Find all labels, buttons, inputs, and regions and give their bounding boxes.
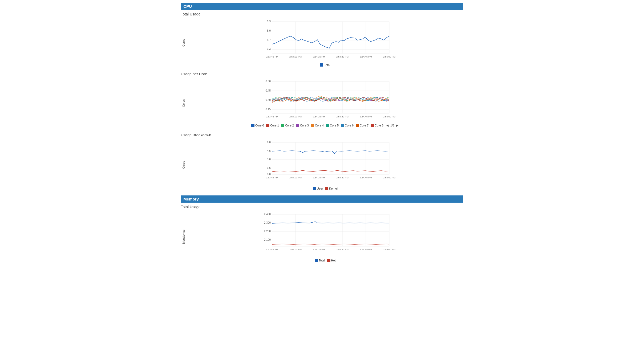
memory-label: Memory (184, 197, 199, 201)
pagination-page: 1/2 (390, 124, 394, 127)
memory-total-chart-content: 2,400 2,300 2,200 2,100 2:53:45 PM 2:54:… (187, 212, 463, 262)
cpu-total-usage-title: Total Usage (181, 12, 463, 16)
svg-text:0.60: 0.60 (265, 80, 271, 83)
svg-text:2:54:00 PM: 2:54:00 PM (289, 55, 301, 58)
svg-text:6.0: 6.0 (267, 141, 271, 144)
memory-total-svg-container: 2,400 2,300 2,200 2,100 2:53:45 PM 2:54:… (187, 212, 463, 258)
svg-text:2:54:45 PM: 2:54:45 PM (359, 176, 372, 179)
legend-total: Total (320, 63, 330, 67)
legend-core5-label: Core 5 (330, 124, 339, 127)
svg-text:2:53:45 PM: 2:53:45 PM (266, 115, 278, 118)
memory-total-legend: Total Hot (187, 259, 463, 262)
svg-text:0.30: 0.30 (265, 99, 271, 101)
svg-text:2:54:00 PM: 2:54:00 PM (289, 248, 301, 251)
svg-text:4.7: 4.7 (267, 39, 271, 42)
cpu-total-y-label: Cores (181, 19, 186, 67)
cpu-per-core-title: Usage per Core (181, 72, 463, 76)
svg-text:2:54:30 PM: 2:54:30 PM (336, 115, 348, 118)
memory-header: Memory (181, 195, 463, 203)
cpu-total-chart-content: 5.3 5.0 4.7 4.4 2:53:45 PM 2:54:00 PM 2:… (187, 19, 463, 67)
legend-core1-label: Core 1 (270, 124, 279, 127)
svg-text:2:54:00 PM: 2:54:00 PM (289, 115, 301, 118)
memory-total-chart-wrapper: Megabytes (181, 212, 463, 262)
svg-text:2:55:00 PM: 2:55:00 PM (383, 115, 395, 118)
memory-total-area: Total Usage Megabytes (181, 205, 463, 262)
memory-total-svg: 2,400 2,300 2,200 2,100 2:53:45 PM 2:54:… (187, 212, 463, 257)
cpu-per-core-area: Usage per Core Cores (181, 72, 463, 128)
memory-total-title: Total Usage (181, 205, 463, 209)
legend-kernel: Kernel (325, 187, 338, 190)
pagination-prev[interactable]: ◄ (386, 123, 389, 128)
legend-core5: Core 5 (326, 124, 339, 127)
svg-text:2:54:30 PM: 2:54:30 PM (336, 55, 348, 58)
cpu-header: CPU (181, 3, 463, 10)
svg-text:5.0: 5.0 (267, 29, 271, 32)
svg-text:2,300: 2,300 (264, 221, 270, 224)
svg-text:2,400: 2,400 (264, 213, 270, 216)
legend-core6: Core 6 (341, 124, 354, 127)
legend-mem-total: Total (315, 259, 325, 262)
legend-user-color (313, 187, 316, 190)
legend-total-color (320, 63, 323, 67)
svg-text:2:54:45 PM: 2:54:45 PM (359, 115, 372, 118)
legend-core6-color (341, 124, 344, 127)
legend-core1-color (266, 124, 269, 127)
cpu-label: CPU (184, 4, 192, 9)
cpu-per-core-svg: 0.60 0.45 0.30 0.15 2:53:45 PM 2:54:00 P… (187, 79, 463, 121)
legend-core4-label: Core 4 (315, 124, 324, 127)
cpu-total-usage-area: Total Usage Cores (181, 12, 463, 67)
cpu-per-core-y-label: Cores (181, 79, 186, 128)
svg-text:2:54:15 PM: 2:54:15 PM (313, 115, 325, 118)
legend-core4: Core 4 (311, 124, 324, 127)
cpu-total-usage-chart-wrapper: Cores (181, 19, 463, 67)
svg-text:2:54:15 PM: 2:54:15 PM (313, 248, 325, 251)
svg-text:0.45: 0.45 (265, 89, 271, 92)
cpu-breakdown-chart-wrapper: Cores (181, 140, 463, 190)
svg-text:2:55:00 PM: 2:55:00 PM (383, 248, 395, 251)
memory-total-y-label: Megabytes (181, 212, 186, 262)
legend-core2-color (281, 124, 284, 127)
svg-text:2,100: 2,100 (264, 238, 270, 241)
memory-section: Memory Total Usage Megabytes (181, 195, 463, 262)
svg-text:2:54:30 PM: 2:54:30 PM (336, 176, 348, 179)
page-container: CPU Total Usage Cores (176, 0, 469, 270)
legend-mem-total-color (315, 259, 318, 262)
svg-text:2,200: 2,200 (264, 230, 270, 233)
legend-core1: Core 1 (266, 124, 279, 127)
legend-core0-color (251, 124, 254, 127)
svg-text:2:54:45 PM: 2:54:45 PM (359, 55, 372, 58)
legend-core2-label: Core 2 (285, 124, 294, 127)
legend-core0-label: Core 0 (255, 124, 264, 127)
legend-mem-hot: Hot (327, 259, 336, 262)
cpu-breakdown-y-label: Cores (181, 140, 186, 190)
legend-core3-color (296, 124, 299, 127)
pagination-next[interactable]: ► (395, 123, 399, 128)
legend-core7-color (356, 124, 359, 127)
svg-text:1.5: 1.5 (267, 166, 271, 169)
legend-mem-hot-color (327, 259, 330, 262)
svg-text:4.5: 4.5 (267, 149, 271, 152)
legend-total-label: Total (324, 63, 330, 67)
svg-text:2:54:00 PM: 2:54:00 PM (289, 176, 301, 179)
legend-core8-label: Core 8 (375, 124, 383, 127)
cpu-breakdown-svg: 6.0 4.5 3.0 1.5 0.0 2:53:45 PM 2:54:00 P… (187, 140, 463, 185)
cpu-total-svg-container: 5.3 5.0 4.7 4.4 2:53:45 PM 2:54:00 PM 2:… (187, 19, 463, 62)
svg-text:0.0: 0.0 (267, 173, 271, 176)
legend-user: User (313, 187, 323, 190)
cpu-section: CPU Total Usage Cores (181, 3, 463, 190)
svg-text:3.0: 3.0 (267, 158, 271, 161)
legend-core6-label: Core 6 (345, 124, 354, 127)
cpu-total-legend: Total (187, 63, 463, 67)
cpu-breakdown-chart-content: 6.0 4.5 3.0 1.5 0.0 2:53:45 PM 2:54:00 P… (187, 140, 463, 190)
legend-core7: Core 7 (356, 124, 368, 127)
legend-core3-label: Core 3 (300, 124, 309, 127)
svg-text:2:55:00 PM: 2:55:00 PM (383, 55, 395, 58)
svg-text:2:54:15 PM: 2:54:15 PM (313, 176, 325, 179)
cpu-breakdown-svg-container: 6.0 4.5 3.0 1.5 0.0 2:53:45 PM 2:54:00 P… (187, 140, 463, 186)
legend-core2: Core 2 (281, 124, 294, 127)
svg-text:2:53:45 PM: 2:53:45 PM (266, 55, 278, 58)
svg-text:2:54:15 PM: 2:54:15 PM (313, 55, 325, 58)
svg-text:2:53:45 PM: 2:53:45 PM (266, 176, 278, 179)
cpu-per-core-svg-container: 0.60 0.45 0.30 0.15 2:53:45 PM 2:54:00 P… (187, 79, 463, 122)
svg-text:4.4: 4.4 (267, 48, 271, 51)
